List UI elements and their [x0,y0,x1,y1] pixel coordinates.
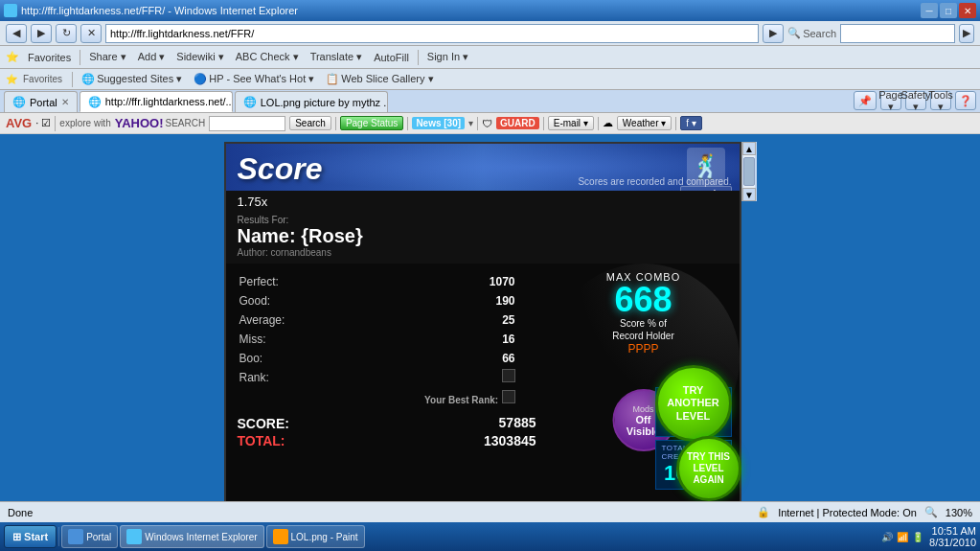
favorites-bar: ⭐ Favorites 🌐 Suggested Sites ▾ 🔵 HP - S… [0,69,980,90]
total-value: 1303845 [484,433,536,448]
author-line: Author: cornandbeans [238,247,728,258]
clock: 10:51 AM 8/31/2010 [929,525,976,548]
scrollbar[interactable]: ▲ ▼ [741,142,757,201]
taskbar-ie-label: Windows Internet Explorer [145,532,257,542]
boo-label: Boo: [239,350,399,367]
help-button[interactable]: ❓ [955,91,976,110]
stop-button[interactable]: ✕ [80,24,102,43]
minimize-button[interactable]: ─ [921,3,938,18]
rank-box [502,369,515,382]
total-row: TOTAL: 1303845 [238,433,536,448]
scroll-up-button[interactable]: ▲ [742,142,756,155]
miss-row: Miss: 16 [239,331,535,348]
bookmark-button[interactable]: 📌 [854,91,877,110]
status-text: Done [8,507,749,518]
go-button[interactable]: ▶ [763,24,784,43]
taskbar-ie[interactable]: Windows Internet Explorer [120,525,263,548]
page-button[interactable]: Page ▾ [880,91,901,110]
favorites-button[interactable]: Favorites [25,51,74,64]
score-total-section: SCORE: 57885 TOTAL: 1303845 [238,414,536,448]
good-label: Good: [239,292,399,310]
scroll-thumb[interactable] [743,157,755,186]
back-button[interactable]: ◀ [6,24,27,43]
browser-content: Score 🕺 Press for Hi-Scores Scores are r… [6,140,974,495]
fav-web-slice[interactable]: 📋 Web Slice Gallery ▾ [323,72,436,86]
avg-logo: AVG [6,116,32,130]
refresh-button[interactable]: ↻ [56,24,77,43]
score-card: Score 🕺 Press for Hi-Scores Scores are r… [224,142,741,501]
max-combo-value: 668 [606,283,680,317]
rank-label: Rank: [239,369,399,387]
score-value: 57885 [499,415,536,430]
fav-sep [72,72,73,87]
tools-button[interactable]: Tools ▾ [930,91,951,110]
ie-taskbar-icon [126,529,142,544]
avg-search-button[interactable]: Search [289,116,331,130]
sign-in-button[interactable]: Sign In ▾ [424,50,471,64]
share-button[interactable]: Share ▾ [86,50,128,64]
taskbar-paint[interactable]: LOL.png - Paint [266,525,365,548]
average-value: 25 [400,311,534,329]
tab-ffr-icon: 🌐 [88,96,102,108]
perfect-label: Perfect: [239,273,399,290]
record-holder-value: PPPP [606,342,680,356]
page-status-button[interactable]: Page Status [340,116,403,130]
fav-hp[interactable]: 🔵 HP - See What's Hot ▾ [191,72,317,86]
taskbar-sep-1 [58,527,59,546]
favorites-star-icon: ⭐ [6,51,19,63]
scores-recorded-text: Scores are recorded and compared. [578,176,731,187]
translate-button[interactable]: Translate ▾ [308,50,366,64]
email-button[interactable]: E-mail ▾ [548,116,594,130]
guard-badge[interactable]: GUARD [496,117,539,129]
your-best-rank-row: Your Best Rank: [239,389,535,406]
tabs-bar: 🌐 Portal ✕ 🌐 http://ffr.lightdarkness.ne… [0,90,980,113]
tab-portal-close[interactable]: ✕ [61,97,69,107]
close-button[interactable]: ✕ [959,3,976,18]
score-row: SCORE: 57885 [238,414,536,431]
forward-button[interactable]: ▶ [31,24,52,43]
score-header: Score 🕺 Press for Hi-Scores Scores are r… [226,144,740,191]
hp-icon: 🔵 [194,73,207,85]
score-title: Score [238,151,323,187]
tab-lol[interactable]: 🌐 LOL.png picture by mythz ... ✕ [235,91,388,112]
try-another-level-button[interactable]: TRY ANOTHER LEVEL [655,365,732,442]
search-go-button[interactable]: ▶ [959,24,974,43]
avg-bullet: · ☑ [35,117,51,129]
score-right: MAX COMBO 668 Score % of Record Holder P… [548,264,740,501]
maximize-button[interactable]: □ [940,3,957,18]
tab-portal[interactable]: 🌐 Portal ✕ [4,91,78,112]
add-button[interactable]: Add ▾ [135,50,169,64]
scroll-down-button[interactable]: ▼ [742,188,756,201]
perfect-row: Perfect: 1070 [239,273,535,290]
start-button[interactable]: ⊞ Start [4,525,57,548]
battery-icon: 🔋 [912,532,923,542]
news-badge[interactable]: News [30] [412,117,465,129]
weather-icon: ☁ [603,117,613,129]
tab-portal-icon: 🌐 [12,96,26,108]
zoom-icon: 🔍 [924,506,938,518]
tab-ffr[interactable]: 🌐 http://ffr.lightdarkness.net/... ✕ [80,91,233,112]
ie-icon [4,4,17,17]
avg-sep-3 [407,117,408,130]
safety-button[interactable]: Safety ▾ [905,91,926,110]
check-button[interactable]: ABC Check ▾ [233,50,302,64]
speaker-icon: 🔊 [881,532,893,542]
taskbar-right: 🔊 📶 🔋 10:51 AM 8/31/2010 [881,525,976,548]
search-input[interactable] [840,24,955,43]
yahoo-bar: YAHOO! SEARCH [115,116,206,130]
weather-button[interactable]: Weather ▾ [617,116,672,130]
zoom-level: 130% [946,507,972,518]
address-input[interactable] [105,24,759,43]
boo-value: 66 [400,350,534,367]
try-this-level-button[interactable]: TRY THIS LEVEL AGAIN [676,436,741,501]
average-label: Average: [239,311,399,329]
sidewiki-button[interactable]: Sidewiki ▾ [173,50,226,64]
avg-bar: AVG · ☑ explore with YAHOO! SEARCH Searc… [0,113,980,134]
fav-suggested-sites[interactable]: 🌐 Suggested Sites ▾ [79,72,185,86]
perfect-value: 1070 [400,273,534,290]
taskbar-portal[interactable]: Portal [61,525,118,548]
autofill-button[interactable]: AutoFill [371,51,412,64]
avg-search-input[interactable] [209,116,285,131]
facebook-button[interactable]: f ▾ [680,116,702,130]
explore-label: explore with [59,118,110,128]
